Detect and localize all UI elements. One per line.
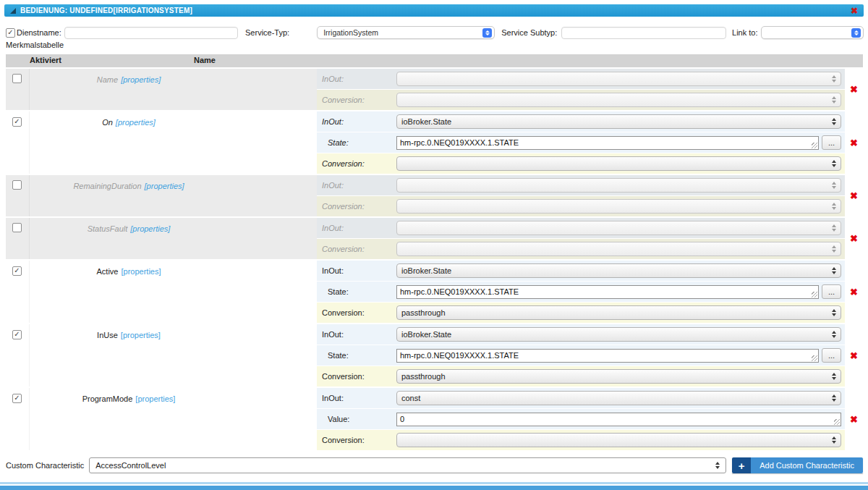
field-label: InOut: bbox=[322, 266, 396, 275]
row-checkbox[interactable] bbox=[12, 330, 22, 339]
select-arrows-icon bbox=[832, 394, 836, 402]
properties-link[interactable]: [properties] bbox=[121, 75, 161, 84]
field-row-conversion: Conversion: bbox=[317, 196, 845, 216]
delete-row-icon[interactable]: ✖ bbox=[850, 138, 858, 148]
table-row: InUse[properties] InOut:ioBroker.StateSt… bbox=[6, 324, 863, 386]
row-checkbox[interactable] bbox=[12, 266, 22, 276]
delete-row-icon[interactable]: ✖ bbox=[850, 233, 858, 244]
field-select[interactable]: passthrough bbox=[396, 305, 841, 320]
table-row: RemainingDuration[properties] InOut:Conv… bbox=[6, 175, 863, 216]
select-arrows-icon bbox=[832, 75, 836, 83]
properties-link[interactable]: [properties] bbox=[130, 224, 170, 233]
field-textarea[interactable]: hm-rpc.0.NEQ019XXXX.1.STATE bbox=[396, 349, 819, 363]
field-select[interactable]: ioBroker.State bbox=[396, 114, 841, 129]
resize-handle-icon[interactable] bbox=[812, 292, 817, 297]
field-select[interactable] bbox=[396, 156, 841, 171]
field-row-conversion: Conversion: bbox=[317, 430, 845, 450]
properties-link[interactable]: [properties] bbox=[116, 118, 156, 127]
field-textarea[interactable]: hm-rpc.0.NEQ019XXXX.1.STATE bbox=[396, 285, 819, 299]
row-checkbox[interactable] bbox=[12, 180, 22, 190]
textarea-value: hm-rpc.0.NEQ019XXXX.1.STATE bbox=[400, 287, 519, 296]
select-state-button[interactable]: ... bbox=[822, 284, 841, 299]
row-checkbox[interactable] bbox=[12, 74, 22, 83]
select-state-button[interactable]: ... bbox=[822, 135, 841, 150]
select-arrows-icon bbox=[832, 160, 836, 167]
delete-row-icon[interactable]: ✖ bbox=[850, 84, 858, 95]
select-arrows-icon bbox=[832, 224, 836, 232]
next-panel-top-stripe bbox=[0, 482, 868, 484]
field-select[interactable] bbox=[396, 178, 841, 193]
properties-link[interactable]: [properties] bbox=[135, 394, 175, 403]
select-arrows-icon bbox=[832, 203, 836, 210]
select-arrows-icon bbox=[832, 245, 836, 253]
select-arrows-icon bbox=[832, 96, 836, 104]
field-label: InOut: bbox=[322, 181, 396, 190]
row-fields: InOut:ioBroker.StateState:hm-rpc.0.NEQ01… bbox=[317, 261, 845, 323]
properties-link[interactable]: [properties] bbox=[145, 182, 184, 190]
field-select[interactable] bbox=[396, 93, 841, 107]
row-name-cell: RemainingDuration[properties] bbox=[30, 175, 317, 216]
field-label: Conversion: bbox=[322, 436, 396, 444]
row-checkbox[interactable] bbox=[12, 394, 22, 403]
header-aktiviert: Aktiviert bbox=[6, 56, 85, 64]
select-arrows-icon bbox=[482, 28, 492, 38]
delete-row-icon[interactable]: ✖ bbox=[850, 414, 858, 425]
resize-handle-icon[interactable] bbox=[834, 419, 840, 425]
service-subtyp-input[interactable] bbox=[561, 27, 726, 39]
field-select[interactable] bbox=[396, 72, 841, 86]
resize-handle-icon[interactable] bbox=[812, 143, 817, 148]
delete-row-icon[interactable]: ✖ bbox=[850, 190, 858, 201]
field-select[interactable] bbox=[396, 433, 841, 447]
field-select[interactable] bbox=[396, 221, 841, 235]
row-checkbox-cell bbox=[6, 388, 30, 450]
resize-handle-icon[interactable] bbox=[812, 355, 817, 361]
properties-link[interactable]: [properties] bbox=[121, 267, 161, 276]
row-name-cell: InUse[properties] bbox=[30, 324, 317, 386]
field-label: Conversion: bbox=[322, 372, 396, 381]
field-select[interactable]: passthrough bbox=[396, 369, 841, 384]
field-select[interactable]: const bbox=[396, 391, 841, 405]
select-value: ioBroker.State bbox=[401, 117, 829, 126]
next-panel-header-edge[interactable] bbox=[0, 486, 868, 490]
service-config-panel: BEDIENUNG: UNDEFINED[IRRIGATIONSYSTEM] ✖… bbox=[0, 0, 868, 490]
service-form-row: Dienstname: Service-Typ: IrrigationSyste… bbox=[6, 25, 864, 40]
row-delete-cell: ✖ bbox=[845, 111, 863, 174]
custom-characteristic-select[interactable]: AccessControlLevel bbox=[89, 457, 726, 473]
field-label: InOut: bbox=[322, 330, 396, 339]
field-select[interactable]: ioBroker.State bbox=[396, 263, 841, 278]
panel-title: BEDIENUNG: UNDEFINED[IRRIGATIONSYSTEM] bbox=[20, 7, 192, 14]
field-textarea[interactable]: 0 bbox=[396, 413, 841, 426]
row-checkbox-cell bbox=[6, 111, 30, 174]
row-name-cell: Name[properties] bbox=[30, 69, 317, 110]
add-custom-characteristic-button[interactable]: + Add Custom Characteristic bbox=[732, 457, 863, 473]
field-label: Conversion: bbox=[322, 159, 396, 168]
collapse-triangle-icon bbox=[10, 8, 16, 14]
characteristic-name: StatusFault bbox=[88, 224, 128, 233]
field-row-conversion: Conversion:passthrough bbox=[317, 366, 845, 386]
row-checkbox[interactable] bbox=[12, 223, 22, 232]
field-select[interactable] bbox=[396, 242, 841, 256]
service-typ-select[interactable]: IrrigationSystem bbox=[317, 26, 495, 39]
select-value: ioBroker.State bbox=[401, 330, 829, 339]
close-icon[interactable]: ✖ bbox=[851, 7, 858, 15]
field-textarea[interactable]: hm-rpc.0.NEQ019XXXX.1.STATE bbox=[396, 136, 819, 150]
row-fields: InOut:ioBroker.StateState:hm-rpc.0.NEQ01… bbox=[317, 324, 845, 386]
table-row: StatusFault[properties] InOut:Conversion… bbox=[6, 218, 863, 259]
link-to-select[interactable] bbox=[761, 26, 864, 39]
table-caption: Merkmalstabelle bbox=[6, 41, 64, 49]
select-state-button[interactable]: ... bbox=[822, 348, 841, 363]
delete-row-icon[interactable]: ✖ bbox=[850, 287, 858, 297]
field-select[interactable]: ioBroker.State bbox=[396, 327, 841, 342]
dienstname-checkbox[interactable] bbox=[6, 28, 15, 38]
field-row-conversion: Conversion: bbox=[317, 239, 845, 259]
characteristic-name: InUse bbox=[97, 331, 118, 339]
row-name-cell: StatusFault[properties] bbox=[30, 218, 317, 259]
dienstname-input[interactable] bbox=[64, 27, 238, 39]
properties-link[interactable]: [properties] bbox=[121, 331, 161, 339]
delete-row-icon[interactable]: ✖ bbox=[850, 350, 858, 361]
field-select[interactable] bbox=[396, 199, 841, 214]
service-subtyp-label: Service Subtyp: bbox=[501, 28, 557, 37]
panel-titlebar[interactable]: BEDIENUNG: UNDEFINED[IRRIGATIONSYSTEM] ✖ bbox=[4, 4, 864, 17]
row-checkbox[interactable] bbox=[12, 117, 22, 127]
characteristic-name: RemainingDuration bbox=[73, 182, 141, 190]
